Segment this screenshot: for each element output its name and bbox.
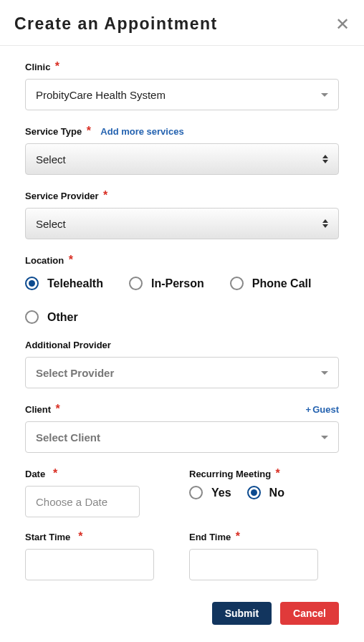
required-marker: * bbox=[87, 125, 91, 137]
client-placeholder: Select Client bbox=[36, 431, 100, 444]
clinic-label: Clinic bbox=[25, 62, 50, 72]
location-option-other[interactable]: Other bbox=[25, 310, 78, 324]
recurring-group: Recurring Meeting * Yes No bbox=[189, 467, 339, 517]
required-marker: * bbox=[50, 467, 58, 479]
service-provider-label: Service Provider bbox=[25, 191, 99, 201]
client-select[interactable]: Select Client bbox=[25, 421, 339, 453]
radio-icon bbox=[25, 277, 39, 290]
required-marker: * bbox=[236, 530, 240, 542]
radio-icon bbox=[247, 486, 261, 499]
updown-icon bbox=[322, 219, 328, 228]
close-icon[interactable]: ✕ bbox=[335, 16, 350, 33]
radio-label: Other bbox=[47, 311, 78, 324]
additional-provider-select[interactable]: Select Provider bbox=[25, 357, 339, 388]
add-services-link[interactable]: Add more services bbox=[100, 126, 183, 137]
service-provider-placeholder: Select bbox=[36, 218, 66, 230]
date-recurring-row: Date * Recurring Meeting * Yes bbox=[25, 467, 339, 517]
radio-label: Phone Call bbox=[252, 277, 312, 290]
required-marker: * bbox=[56, 403, 60, 415]
time-row: Start Time * End Time * bbox=[25, 530, 339, 580]
recurring-option-no[interactable]: No bbox=[247, 486, 284, 499]
service-type-placeholder: Select bbox=[36, 153, 66, 166]
additional-provider-group: Additional Provider Select Provider bbox=[25, 338, 339, 388]
plus-icon: + bbox=[306, 404, 312, 415]
clinic-select[interactable]: ProbityCare Health System bbox=[25, 79, 339, 110]
required-marker: * bbox=[55, 60, 59, 72]
clinic-group: Clinic * ProbityCare Health System bbox=[25, 60, 339, 110]
service-provider-group: Service Provider * Select bbox=[25, 189, 339, 239]
client-label: Client bbox=[25, 404, 51, 415]
modal-body: Clinic * ProbityCare Health System Servi… bbox=[0, 46, 364, 595]
chevron-down-icon bbox=[321, 93, 328, 97]
start-time-label: Start Time bbox=[25, 532, 70, 542]
required-marker: * bbox=[103, 189, 107, 201]
modal-header: Create an Appointment ✕ bbox=[0, 0, 364, 46]
radio-icon bbox=[189, 486, 203, 499]
location-option-telehealth[interactable]: Telehealth bbox=[25, 277, 103, 290]
radio-label: Telehealth bbox=[47, 277, 103, 290]
service-provider-select[interactable]: Select bbox=[25, 208, 339, 239]
cancel-button[interactable]: Cancel bbox=[280, 602, 339, 625]
service-type-select[interactable]: Select bbox=[25, 143, 339, 175]
end-time-input[interactable] bbox=[189, 549, 318, 580]
end-time-label: End Time bbox=[189, 532, 231, 542]
location-options: Telehealth In-Person Phone Call Other bbox=[25, 272, 339, 324]
required-marker: * bbox=[75, 530, 83, 542]
create-appointment-modal: Create an Appointment ✕ Clinic * Probity… bbox=[0, 0, 364, 642]
date-group: Date * bbox=[25, 467, 175, 517]
additional-provider-label: Additional Provider bbox=[25, 340, 111, 350]
location-group: Location * Telehealth In-Person Phone Ca… bbox=[25, 254, 339, 324]
recurring-option-yes[interactable]: Yes bbox=[189, 486, 231, 499]
radio-icon bbox=[25, 310, 39, 324]
chevron-down-icon bbox=[321, 371, 328, 375]
submit-button[interactable]: Submit bbox=[212, 602, 272, 625]
add-guest-link[interactable]: +Guest bbox=[306, 404, 339, 415]
client-group: Client * +Guest Select Client bbox=[25, 403, 339, 453]
location-option-phonecall[interactable]: Phone Call bbox=[230, 277, 312, 290]
start-time-group: Start Time * bbox=[25, 530, 175, 580]
modal-title: Create an Appointment bbox=[14, 14, 218, 34]
radio-label: In-Person bbox=[151, 277, 204, 290]
location-label: Location bbox=[25, 255, 64, 266]
radio-icon bbox=[129, 277, 143, 290]
updown-icon bbox=[322, 155, 328, 163]
additional-provider-placeholder: Select Provider bbox=[36, 367, 114, 379]
radio-label: No bbox=[269, 487, 284, 499]
guest-link-text: Guest bbox=[312, 404, 339, 415]
recurring-label: Recurring Meeting bbox=[189, 469, 271, 479]
radio-label: Yes bbox=[211, 487, 231, 499]
service-type-group: Service Type * Add more services Select bbox=[25, 125, 339, 175]
required-marker: * bbox=[69, 254, 73, 266]
clinic-value: ProbityCare Health System bbox=[36, 89, 166, 101]
modal-footer: Submit Cancel bbox=[0, 595, 364, 642]
radio-icon bbox=[230, 277, 244, 290]
date-input[interactable] bbox=[25, 486, 140, 517]
date-label: Date bbox=[25, 469, 45, 479]
recurring-options: Yes No bbox=[189, 486, 339, 499]
service-type-label: Service Type bbox=[25, 126, 82, 137]
location-option-inperson[interactable]: In-Person bbox=[129, 277, 204, 290]
required-marker: * bbox=[276, 467, 280, 479]
chevron-down-icon bbox=[321, 436, 328, 439]
start-time-input[interactable] bbox=[25, 549, 154, 580]
end-time-group: End Time * bbox=[189, 530, 339, 580]
